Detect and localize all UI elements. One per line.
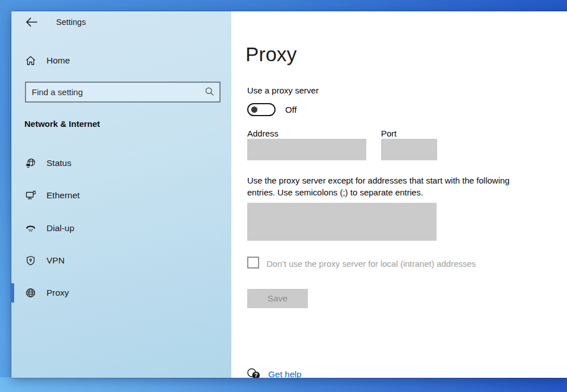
toggle-state-label: Off — [285, 105, 297, 115]
proxy-globe-icon — [25, 287, 36, 299]
exceptions-description: Use the proxy server except for addresse… — [247, 174, 540, 198]
page-title: Proxy — [246, 44, 297, 66]
home-icon — [25, 55, 36, 66]
desktop-wallpaper-ray — [0, 377, 352, 392]
main-content: Proxy Use a proxy server Off Address Por… — [231, 11, 567, 378]
proxy-toggle[interactable] — [247, 103, 276, 116]
search-icon — [204, 86, 215, 97]
port-input[interactable] — [381, 139, 437, 160]
search-input[interactable] — [25, 82, 221, 103]
local-addresses-checkbox[interactable] — [247, 257, 259, 269]
section-header: Network & Internet — [24, 119, 100, 129]
port-label: Port — [381, 129, 397, 138]
dialup-icon — [25, 223, 36, 234]
ethernet-icon — [25, 190, 36, 201]
toggle-knob — [251, 106, 257, 113]
address-input[interactable] — [247, 139, 366, 160]
local-addresses-checkbox-label: Don’t use the proxy server for local (in… — [266, 259, 476, 269]
arrow-left-icon — [24, 15, 39, 29]
sidebar-item-label: Home — [46, 56, 70, 66]
app-title: Settings — [56, 18, 86, 27]
sidebar: Settings Home Network & Internet S — [11, 11, 231, 378]
sidebar-item-label: Status — [46, 158, 71, 168]
help-bubble-icon: ? — [247, 368, 262, 378]
selected-item-accent — [11, 283, 14, 302]
sidebar-item-vpn[interactable]: VPN — [25, 250, 222, 271]
use-proxy-label: Use a proxy server — [247, 86, 319, 95]
settings-window: Settings Home Network & Internet S — [11, 11, 567, 378]
sidebar-item-label: Proxy — [46, 288, 69, 298]
sidebar-item-home[interactable]: Home — [25, 50, 222, 71]
svg-text:?: ? — [254, 372, 257, 378]
status-icon — [25, 157, 36, 169]
back-button[interactable] — [24, 15, 39, 29]
sidebar-item-proxy[interactable]: Proxy — [25, 283, 222, 303]
sidebar-item-status[interactable]: Status — [25, 153, 222, 173]
address-label: Address — [247, 129, 278, 138]
search-box — [25, 82, 221, 103]
sidebar-item-label: Dial-up — [46, 223, 74, 233]
exceptions-input[interactable] — [247, 203, 437, 241]
desktop: { "colors": { "accent": "#3b73d4", "link… — [0, 0, 567, 392]
sidebar-item-dialup[interactable]: Dial-up — [25, 218, 222, 238]
sidebar-item-label: VPN — [46, 255, 65, 266]
vpn-shield-icon — [25, 255, 36, 266]
sidebar-item-label: Ethernet — [46, 190, 80, 201]
get-help-label: Get help — [268, 368, 302, 378]
sidebar-item-ethernet[interactable]: Ethernet — [25, 185, 222, 206]
save-button[interactable]: Save — [247, 289, 308, 308]
get-help-link[interactable]: ? Get help — [247, 368, 302, 378]
